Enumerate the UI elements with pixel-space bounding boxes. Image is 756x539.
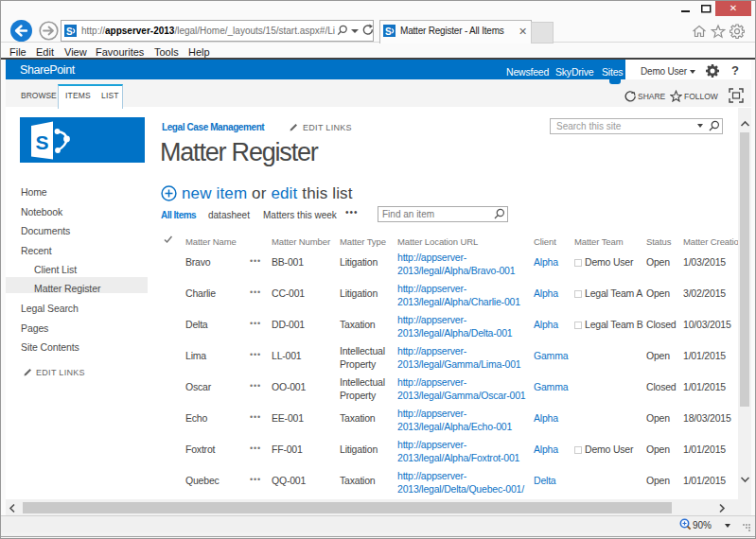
svg-text:S: S bbox=[385, 26, 392, 37]
svg-text:S: S bbox=[36, 131, 49, 153]
svg-text:S: S bbox=[66, 26, 73, 37]
